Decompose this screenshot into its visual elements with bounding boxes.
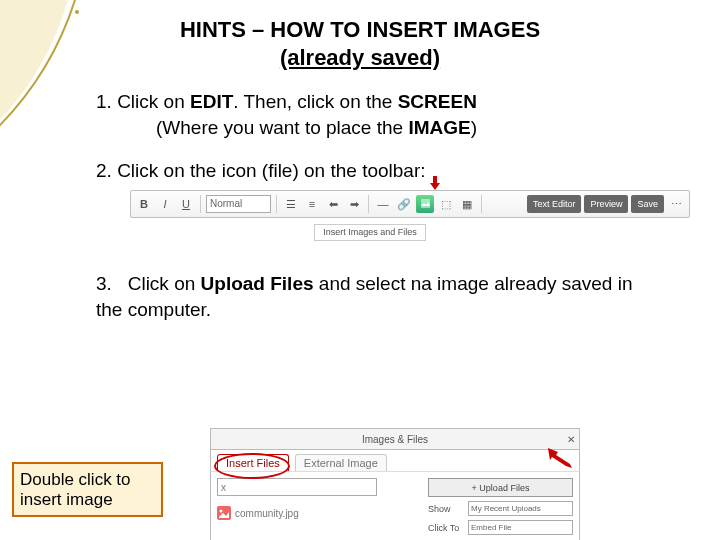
search-input: x bbox=[217, 478, 377, 496]
slide-decoration bbox=[0, 0, 100, 540]
step-1: 1. Click on EDIT. Then, click on the SCR… bbox=[96, 89, 660, 140]
title-line1: HINTS – HOW TO INSERT IMAGES bbox=[0, 16, 720, 44]
callout-double-click: Double click to insert image bbox=[12, 462, 163, 517]
page-title: HINTS – HOW TO INSERT IMAGES (already sa… bbox=[0, 16, 720, 71]
style-dropdown: Normal bbox=[206, 195, 271, 213]
svg-point-0 bbox=[75, 10, 79, 14]
link-icon: 🔗 bbox=[395, 195, 413, 213]
red-arrow-icon bbox=[430, 176, 440, 190]
outdent-icon: ⬅ bbox=[324, 195, 342, 213]
more-icon: ⋯ bbox=[667, 195, 685, 213]
svg-point-3 bbox=[220, 510, 223, 513]
table-icon: ▦ bbox=[458, 195, 476, 213]
upload-files-button: + Upload Files bbox=[428, 478, 573, 497]
underline-button: U bbox=[177, 195, 195, 213]
tab-external-image: External Image bbox=[295, 454, 387, 471]
red-arrow-diagonal-icon bbox=[548, 448, 572, 468]
steps-container: 1. Click on EDIT. Then, click on the SCR… bbox=[96, 89, 660, 322]
widget-icon: ⬚ bbox=[437, 195, 455, 213]
bold-button: B bbox=[135, 195, 153, 213]
italic-button: I bbox=[156, 195, 174, 213]
preview-button: Preview bbox=[584, 195, 628, 213]
upload-modal-screenshot: Images & Files ✕ Insert Files External I… bbox=[210, 428, 580, 540]
list-bullet-icon: ☰ bbox=[282, 195, 300, 213]
insert-file-icon bbox=[416, 195, 434, 213]
insert-images-tooltip: Insert Images and Files bbox=[314, 224, 426, 241]
close-icon: ✕ bbox=[567, 434, 575, 445]
save-button: Save bbox=[631, 195, 664, 213]
file-item: community.jpg bbox=[217, 506, 420, 520]
show-select: My Recent Uploads bbox=[468, 501, 573, 516]
modal-header: Images & Files ✕ bbox=[210, 428, 580, 450]
list-number-icon: ≡ bbox=[303, 195, 321, 213]
step-2: 2. Click on the icon (file) on the toolb… bbox=[96, 158, 660, 241]
title-line2: (already saved) bbox=[0, 44, 720, 72]
indent-icon: ➡ bbox=[345, 195, 363, 213]
text-editor-button: Text Editor bbox=[527, 195, 582, 213]
step-3: 3. Click on Upload Files and select na i… bbox=[96, 271, 660, 322]
toolbar-screenshot: B I U Normal ☰ ≡ ⬅ ➡ — 🔗 ⬚ ▦ bbox=[130, 190, 690, 241]
clickto-select: Embed File bbox=[468, 520, 573, 535]
hr-icon: — bbox=[374, 195, 392, 213]
red-circle-annotation bbox=[214, 453, 290, 479]
image-file-icon bbox=[217, 506, 231, 520]
